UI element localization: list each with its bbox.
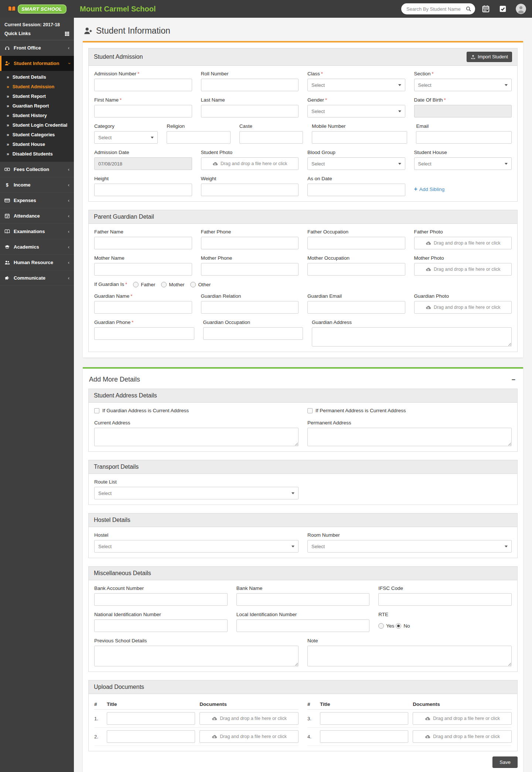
father-photo-dropzone[interactable]: Drag and drop a file here or click — [414, 237, 512, 249]
guardian-mother-radio[interactable]: Mother — [161, 282, 184, 287]
sidebar-subitem-student-login-credential[interactable]: »Student Login Credential — [0, 120, 74, 130]
guardian-email-input[interactable] — [307, 301, 405, 314]
document-dropzone-3[interactable]: Drag and drop a file here or click — [413, 712, 512, 725]
document-title-input-4[interactable] — [320, 730, 408, 743]
hostel-select[interactable]: Select — [94, 540, 299, 553]
sidebar-subitem-student-history[interactable]: »Student History — [0, 111, 74, 120]
student-search[interactable] — [401, 3, 475, 14]
rte-no-radio[interactable]: No — [396, 623, 410, 629]
previous-school-textarea[interactable] — [94, 646, 299, 666]
document-dropzone-2[interactable]: Drag and drop a file here or click — [200, 730, 299, 743]
sidebar-subitem-student-admission[interactable]: »Student Admission — [0, 82, 74, 92]
grid-icon[interactable] — [65, 31, 69, 36]
guardian-address-checkbox[interactable]: If Guardian Address is Current Address — [94, 408, 299, 413]
admission-number-label: Admission Number* — [94, 71, 192, 77]
document-title-input-1[interactable] — [107, 712, 195, 725]
student-house-label: Student House — [414, 150, 512, 156]
search-input[interactable] — [406, 6, 466, 12]
guardian-relation-input[interactable] — [201, 301, 299, 314]
upload-row-3: 3. Drag and drop a file here or click — [307, 710, 512, 728]
sidebar-item-attendance[interactable]: Attendance ‹ — [0, 208, 74, 224]
quick-links[interactable]: Quick Links — [0, 29, 74, 40]
guardian-address-textarea[interactable] — [312, 327, 512, 346]
admission-date-input[interactable] — [94, 157, 192, 170]
sidebar-subitem-guardian-report[interactable]: »Guardian Report — [0, 101, 74, 111]
guardian-other-radio[interactable]: Other — [190, 282, 211, 287]
current-address-textarea[interactable] — [94, 428, 299, 446]
calendar-icon[interactable] — [482, 5, 490, 13]
sidebar-item-front-office[interactable]: Front Office ‹ — [0, 40, 74, 56]
app-logo[interactable]: SMART SCHOOL — [0, 0, 74, 18]
sidebar-item-student-information[interactable]: Student Information ‹ — [0, 56, 74, 71]
as-on-date-input[interactable] — [307, 184, 405, 196]
section-select[interactable]: Select — [414, 79, 512, 91]
guardian-occupation-input[interactable] — [203, 327, 303, 340]
column-header-title: Title — [320, 701, 408, 707]
category-select[interactable]: Select — [94, 131, 158, 144]
first-name-input[interactable] — [94, 105, 192, 117]
sidebar-item-academics[interactable]: Academics ‹ — [0, 239, 74, 255]
bank-account-number-input[interactable] — [94, 593, 228, 606]
permanent-address-checkbox[interactable]: If Permanent Address is Current Address — [307, 408, 512, 413]
mother-occupation-input[interactable] — [307, 263, 405, 276]
save-button[interactable]: Save — [492, 756, 518, 768]
sidebar-item-human-resource[interactable]: Human Resource ‹ — [0, 255, 74, 270]
rte-yes-radio[interactable]: Yes — [378, 623, 394, 629]
blood-group-select[interactable]: Select — [307, 157, 405, 170]
mother-name-input[interactable] — [94, 263, 192, 276]
room-number-select[interactable]: Select — [307, 540, 512, 553]
previous-school-label: Previous School Details — [94, 638, 299, 644]
father-occupation-input[interactable] — [307, 237, 405, 249]
guardian-father-radio[interactable]: Father — [133, 282, 155, 287]
sidebar-item-fees-collection[interactable]: Fees Collection ‹ — [0, 162, 74, 177]
mother-phone-input[interactable] — [201, 263, 299, 276]
search-icon[interactable] — [466, 6, 471, 12]
collapse-icon[interactable]: − — [510, 376, 517, 383]
add-sibling-link[interactable]: +Add Sibling — [414, 186, 445, 192]
roll-number-input[interactable] — [201, 79, 299, 91]
father-phone-input[interactable] — [201, 237, 299, 249]
sidebar-item-income[interactable]: Income ‹ — [0, 177, 74, 193]
ifsc-code-input[interactable] — [378, 593, 512, 606]
date-of-birth-input[interactable] — [414, 105, 512, 117]
student-house-select[interactable]: Select — [414, 157, 512, 170]
admission-number-input[interactable] — [94, 79, 192, 91]
document-title-input-3[interactable] — [320, 712, 408, 725]
sidebar-item-expenses[interactable]: Expenses ‹ — [0, 193, 74, 208]
gender-select[interactable]: Select — [307, 105, 405, 117]
father-name-input[interactable] — [94, 237, 192, 249]
mother-photo-dropzone[interactable]: Drag and drop a file here or click — [414, 263, 512, 276]
sidebar-subitem-student-house[interactable]: »Student House — [0, 140, 74, 149]
note-textarea[interactable] — [307, 646, 512, 666]
class-select[interactable]: Select — [307, 79, 405, 91]
sidebar-item-communicate[interactable]: Communicate ‹ — [0, 270, 74, 286]
local-id-input[interactable] — [236, 619, 370, 632]
student-photo-dropzone[interactable]: Drag and drop a file here or click — [201, 157, 299, 170]
sidebar-subitem-student-categories[interactable]: »Student Categories — [0, 130, 74, 140]
user-avatar[interactable] — [516, 4, 526, 14]
caste-input[interactable] — [239, 131, 303, 144]
weight-input[interactable] — [201, 184, 299, 196]
sidebar-subitem-student-report[interactable]: »Student Report — [0, 92, 74, 101]
sidebar-subitem-disabled-students[interactable]: »Disabled Students — [0, 149, 74, 159]
guardian-name-input[interactable] — [94, 301, 192, 314]
import-student-button[interactable]: Import Student — [467, 52, 512, 62]
permanent-address-textarea[interactable] — [307, 428, 512, 446]
email-input[interactable] — [416, 131, 512, 144]
sidebar-subitem-student-details[interactable]: »Student Details — [0, 72, 74, 82]
religion-input[interactable] — [167, 131, 230, 144]
chevron-left-icon: ‹ — [68, 45, 69, 50]
tasks-icon[interactable] — [499, 5, 507, 13]
document-title-input-2[interactable] — [107, 730, 195, 743]
document-dropzone-1[interactable]: Drag and drop a file here or click — [200, 712, 299, 725]
bank-name-input[interactable] — [236, 593, 370, 606]
mobile-number-input[interactable] — [312, 131, 407, 144]
document-dropzone-4[interactable]: Drag and drop a file here or click — [413, 730, 512, 743]
national-id-input[interactable] — [94, 619, 228, 632]
guardian-photo-dropzone[interactable]: Drag and drop a file here or click — [414, 301, 512, 314]
guardian-phone-input[interactable] — [94, 327, 194, 340]
route-list-select[interactable]: Select — [94, 487, 299, 499]
last-name-input[interactable] — [201, 105, 299, 117]
height-input[interactable] — [94, 184, 192, 196]
sidebar-item-examinations[interactable]: Examinations ‹ — [0, 224, 74, 239]
